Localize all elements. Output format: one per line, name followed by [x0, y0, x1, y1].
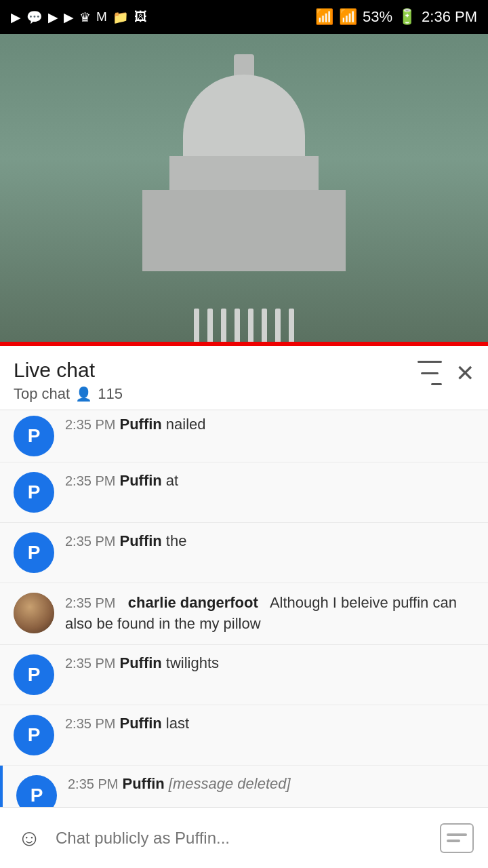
clock: 2:36 PM	[422, 8, 477, 26]
message-content: 2:35 PM Puffin last	[65, 715, 474, 732]
crown-icon: ♛	[79, 9, 91, 25]
avatar: P	[14, 472, 54, 513]
avatar: P	[14, 416, 54, 456]
chat-input-bar: ☺	[0, 807, 488, 868]
message-inline: 2:35 PM Puffin [message deleted]	[68, 775, 474, 793]
chat-message: 2:35 PM charlie dangerfoot Although I be…	[0, 583, 488, 645]
signal-icon: 📶	[339, 8, 357, 26]
avatar: P	[14, 715, 54, 755]
chat-message: P 2:35 PM Puffin last	[0, 705, 488, 766]
message-text: Although I beleive puffin can also be fo…	[65, 594, 457, 632]
chat-messages: P 2:35 PM Puffin nailed P 2:35 PM Puffin	[0, 410, 488, 868]
top-chat-label: Top chat	[14, 385, 70, 403]
message-author: Puffin	[119, 654, 161, 672]
battery-percent: 53%	[363, 8, 392, 26]
viewers-icon: 👤	[75, 386, 92, 402]
sc-line	[447, 840, 460, 842]
live-chat-subtitle: Top chat 👤 115	[14, 385, 123, 403]
super-chat-icon	[440, 823, 474, 853]
column	[235, 309, 240, 346]
column	[194, 309, 199, 346]
column	[289, 309, 294, 346]
battery-icon: 🔋	[398, 8, 416, 26]
column	[275, 309, 281, 346]
message-content: 2:35 PM Puffin the	[65, 532, 474, 550]
youtube2-icon: ▶	[48, 9, 58, 25]
video-content	[129, 75, 359, 292]
message-author: Puffin	[122, 775, 164, 793]
column	[221, 309, 226, 346]
message-time: 2:35 PM	[65, 716, 115, 732]
column	[207, 309, 213, 346]
live-chat-panel: Live chat Top chat 👤 115 ✕ P	[0, 346, 488, 868]
message-time: 2:35 PM	[65, 595, 115, 610]
avatar-image	[14, 593, 54, 633]
image-icon: 🖼	[134, 9, 147, 24]
message-inline: 2:35 PM Puffin at	[65, 472, 474, 490]
message-text: twilights	[166, 654, 219, 672]
live-chat-title-area: Live chat Top chat 👤 115	[14, 358, 123, 403]
youtube-icon: ▶	[11, 9, 21, 25]
wifi-icon: 📶	[315, 8, 333, 26]
chat-input[interactable]	[56, 820, 428, 856]
message-time: 2:35 PM	[65, 417, 115, 433]
filter-line-2	[421, 372, 439, 374]
message-body: 2:35 PM charlie dangerfoot Although I be…	[65, 593, 474, 635]
status-left-icons: ▶ 💬 ▶ ▶ ♛ M 📁 🖼	[11, 9, 147, 25]
column	[262, 309, 267, 346]
message-inline: 2:35 PM Puffin nailed	[65, 416, 474, 433]
message-time: 2:35 PM	[68, 776, 118, 792]
live-chat-title: Live chat	[14, 358, 123, 382]
message-content: 2:35 PM charlie dangerfoot Although I be…	[65, 593, 474, 635]
chat-icon: 💬	[26, 9, 43, 25]
sc-lines	[447, 833, 467, 842]
message-content: 2:35 PM Puffin [message deleted]	[68, 775, 474, 793]
message-author: Puffin	[119, 532, 161, 550]
sc-line	[447, 833, 467, 836]
progress-bar	[0, 342, 488, 346]
avatar: P	[14, 532, 54, 573]
live-chat-header: Live chat Top chat 👤 115 ✕	[0, 346, 488, 410]
message-text: at	[166, 472, 178, 490]
chat-messages-list: P 2:35 PM Puffin nailed P 2:35 PM Puffin	[0, 410, 488, 868]
avatar	[14, 593, 54, 633]
capitol-columns	[156, 309, 332, 346]
message-content: 2:35 PM Puffin at	[65, 472, 474, 490]
chat-message: P 2:35 PM Puffin twilights	[0, 645, 488, 705]
video-player[interactable]	[0, 34, 488, 346]
message-inline: 2:35 PM Puffin twilights	[65, 654, 474, 672]
super-chat-button[interactable]	[436, 820, 477, 856]
message-text: nailed	[166, 416, 206, 433]
chat-message: P 2:35 PM Puffin the	[0, 523, 488, 583]
message-time: 2:35 PM	[65, 534, 115, 549]
message-text: the	[166, 532, 187, 550]
message-deleted-text: [message deleted]	[169, 775, 291, 793]
viewers-count: 115	[98, 385, 123, 403]
message-content: 2:35 PM Puffin twilights	[65, 654, 474, 672]
status-bar: ▶ 💬 ▶ ▶ ♛ M 📁 🖼 📶 📶 53% 🔋 2:36 PM	[0, 0, 488, 34]
message-time: 2:35 PM	[65, 656, 115, 671]
message-author: Puffin	[119, 416, 161, 433]
mastodon-icon: M	[96, 9, 107, 24]
column	[248, 309, 253, 346]
chat-message: P 2:35 PM Puffin at	[0, 462, 488, 523]
close-button[interactable]: ✕	[455, 361, 474, 384]
header-actions: ✕	[418, 358, 474, 385]
message-author: charlie dangerfoot	[128, 594, 258, 611]
status-right-info: 📶 📶 53% 🔋 2:36 PM	[315, 8, 477, 26]
emoji-button[interactable]: ☺	[11, 820, 47, 856]
message-time: 2:35 PM	[65, 473, 115, 489]
message-author: Puffin	[119, 472, 161, 490]
filter-line-3	[431, 383, 442, 385]
youtube3-icon: ▶	[64, 9, 74, 25]
chat-message: P 2:35 PM Puffin nailed	[0, 410, 488, 462]
filter-line-1	[418, 361, 442, 363]
message-text: last	[166, 715, 189, 732]
message-inline: 2:35 PM Puffin last	[65, 715, 474, 732]
message-content: 2:35 PM Puffin nailed	[65, 416, 474, 433]
message-inline: 2:35 PM Puffin the	[65, 532, 474, 550]
filter-button[interactable]	[418, 361, 442, 385]
avatar: P	[14, 654, 54, 695]
message-author: Puffin	[119, 715, 161, 732]
capitol-body	[142, 190, 346, 271]
